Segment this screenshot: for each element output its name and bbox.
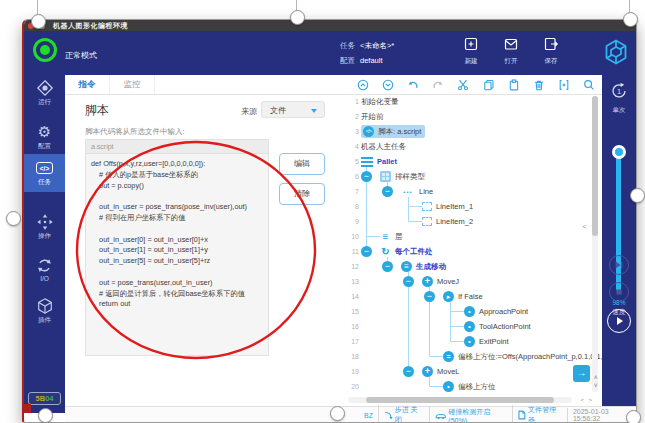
status-file-manager[interactable]: 文件管理器 (512, 405, 567, 423)
single-run-button[interactable]: 1 单次 (602, 81, 636, 115)
collapse-all-icon[interactable] (350, 78, 375, 92)
tree-row[interactable]: 1初始化变量 (346, 94, 602, 109)
tree-row-number: 2 (346, 113, 359, 120)
annotation-handle[interactable] (626, 410, 641, 423)
list-icon: ≡ (401, 261, 412, 272)
annotation-handle[interactable] (290, 10, 305, 25)
scroll-left-icon[interactable]: < (580, 397, 584, 403)
annotation-handle[interactable] (38, 408, 53, 423)
horizontal-scrollbar-thumb[interactable] (366, 397, 554, 403)
tree-row-number: 6 (346, 173, 359, 180)
tree-row[interactable]: 3</>脚本: a.script (346, 124, 602, 139)
layers-icon: ≡ (380, 231, 391, 242)
clear-button[interactable]: 清除 (279, 183, 325, 205)
goto-selected-button[interactable]: → (573, 365, 590, 382)
copy-icon[interactable] (476, 78, 501, 92)
tree-row[interactable]: 7−•••Line (346, 184, 602, 199)
move-icon: + (422, 366, 433, 377)
paste-icon[interactable] (501, 78, 526, 92)
delete-icon[interactable] (526, 78, 551, 92)
annotation-handle[interactable] (623, 12, 638, 27)
tree-row[interactable]: 19−+MoveL (346, 364, 602, 379)
annotation-handle[interactable] (31, 14, 46, 29)
collapse-node-icon[interactable]: − (382, 186, 393, 197)
save-icon (543, 36, 559, 52)
tree-row[interactable]: 15•ApproachPoint (346, 304, 602, 319)
tree-row[interactable]: 2开始前 (346, 109, 602, 124)
sidebar-item-operate[interactable]: 操作 (24, 213, 65, 241)
save-task-button[interactable]: 保存 (531, 36, 571, 66)
tree-row-label: ToolActionPoint (479, 322, 531, 331)
new-task-button[interactable]: 新建 (451, 36, 491, 66)
tree-row[interactable]: 18=偏移上方位:=Offs(ApproachPoint_p,0.1,0.1, (346, 349, 602, 364)
source-select[interactable]: 文件 (261, 101, 325, 118)
tree-row-label: ExitPoint (479, 337, 509, 346)
sidebar-item-run[interactable]: 运行 (24, 79, 65, 107)
scroll-up-icon[interactable]: ∧ (594, 374, 598, 380)
scroll-down-icon[interactable]: ∨ (594, 382, 598, 388)
tree-row[interactable]: 13−+MoveJ (346, 274, 602, 289)
collapse-node-icon[interactable]: − (403, 366, 414, 377)
tree-row[interactable]: 11−↻每个工件处 (346, 244, 602, 259)
collapse-node-icon[interactable]: − (403, 276, 414, 287)
script-code-box[interactable]: a.script def Offs(p,x,y,rz,user=[0,0,0,0… (85, 139, 269, 356)
collapse-node-icon[interactable]: − (424, 291, 435, 302)
file-manager-label: 文件管理器 (528, 405, 562, 423)
sidebar-item-task[interactable]: </> 任务 (24, 154, 65, 192)
sidebar-item-label: 插件 (24, 316, 65, 325)
tree-row[interactable]: 10≡层 (346, 229, 602, 244)
tree-row-number: 7 (346, 188, 359, 195)
tree-row[interactable]: 17•ExitPoint (346, 334, 602, 349)
collapse-node-icon[interactable]: − (361, 171, 372, 182)
annotation-handle[interactable] (630, 188, 645, 203)
play-button[interactable] (607, 309, 631, 333)
status-collision[interactable]: 碰撞检测开启(50%) (429, 407, 513, 423)
sidebar-item-io[interactable]: I/O (24, 256, 65, 282)
panel-collapse-icon[interactable]: < (582, 222, 587, 231)
sidebar-item-config[interactable]: ⚙ 配置 (24, 123, 65, 151)
tree-row[interactable]: 9LineItem_2 (346, 214, 602, 229)
tree-row-label: Pallet (377, 157, 397, 166)
redo-icon[interactable] (426, 78, 451, 92)
tree-row-label: 排样类型 (395, 172, 425, 182)
tab-monitor[interactable]: 监控 (110, 75, 155, 94)
tree-row[interactable]: 5Pallet (346, 154, 602, 169)
sidebar-item-plugin[interactable]: 插件 (24, 297, 65, 325)
step-forward-button[interactable] (609, 255, 629, 275)
insert-bracket-icon[interactable] (552, 78, 577, 92)
tree-row-number: 9 (346, 218, 359, 225)
open-task-button[interactable]: 打开 (491, 36, 531, 66)
collapse-node-icon[interactable]: − (361, 246, 372, 257)
tree-row[interactable]: 16•ToolActionPoint (346, 319, 602, 334)
tree-row[interactable]: 8LineItem_1 (346, 199, 602, 214)
file-icon (518, 410, 526, 420)
status-step-toggle[interactable]: 步进 关闭 (378, 405, 429, 423)
collapse-node-icon[interactable]: − (382, 261, 393, 272)
undo-icon[interactable] (400, 78, 425, 92)
tree-row[interactable]: 14−▸If False (346, 289, 602, 304)
horizontal-scrollbar[interactable] (348, 397, 572, 403)
sidebar-item-label: 任务 (24, 178, 65, 187)
speed-slider-knob[interactable] (612, 145, 626, 159)
pallet-icon (361, 157, 373, 167)
annotation-handle[interactable] (330, 406, 345, 421)
edit-button[interactable]: 编辑 (279, 153, 325, 175)
expand-all-icon[interactable] (375, 78, 400, 92)
io-icon (24, 256, 65, 274)
annotation-handle[interactable] (6, 211, 21, 226)
point-icon: • (464, 336, 475, 347)
vertical-scrollbar-thumb[interactable] (592, 96, 598, 236)
tree-row[interactable]: 6−排样类型 (346, 169, 602, 184)
search-icon[interactable] (577, 78, 602, 92)
stop-button[interactable] (609, 282, 629, 302)
cut-icon[interactable] (451, 78, 476, 92)
tree-row[interactable]: 4机器人主任务 (346, 139, 602, 154)
single-run-label: 单次 (602, 106, 636, 115)
vertical-scrollbar[interactable] (592, 96, 598, 392)
tree-row[interactable]: 12−≡生成移动 (346, 259, 602, 274)
scroll-right-icon[interactable]: > (588, 397, 592, 403)
tab-instruction[interactable]: 指令 (65, 75, 110, 94)
config-label: 配置 (340, 56, 355, 65)
tree-row[interactable]: 20•偏移上方位 (346, 379, 602, 394)
mode-status-icon (33, 38, 57, 62)
